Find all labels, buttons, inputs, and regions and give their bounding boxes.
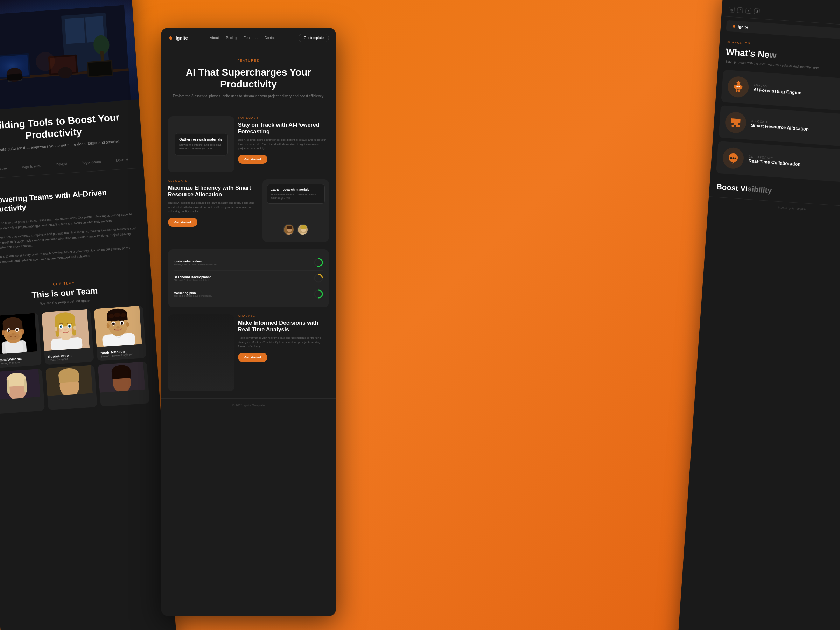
features-title: AI That Supercharges Your Productivity [168, 66, 329, 90]
prog-1-info: Ignite website design Jaquelyn and 3 oth… [174, 260, 310, 266]
alloc-avatar-2 [297, 224, 308, 235]
svg-rect-17 [88, 61, 112, 76]
analyze-text: ANALYZE Make Informed Decisions with Rea… [238, 314, 329, 391]
nav-cta-button[interactable]: Get template [298, 33, 329, 43]
svg-rect-29 [3, 322, 23, 331]
prog-3-contributors: Joel and 4 others have contributed. [174, 295, 310, 297]
nav-link-features[interactable]: Features [243, 36, 257, 40]
partial-card-2 [46, 365, 97, 410]
center-footer: © 2024 Ignite Template [161, 398, 336, 412]
prog-2-info: Dashboard Development Ellie and 2 others… [174, 275, 310, 281]
partial-card-3 [98, 362, 150, 407]
instagram-icon[interactable]: ig [729, 7, 735, 13]
hero-image [0, 0, 139, 112]
alloc-gather-text: Browse the internet and collect all rele… [270, 193, 321, 200]
svg-rect-111 [738, 89, 740, 92]
forecast-text: FORECAST Stay on Track with AI-Powered F… [238, 116, 329, 172]
forecast-title: Stay on Track with AI-Powered Forecastin… [238, 122, 329, 135]
logo-item: IPF·UM [55, 162, 68, 166]
gather-visual: Gather research materials Browse the int… [168, 116, 235, 172]
right-feat-text-1: ANALYZE AI Forecasting Engine [753, 84, 802, 96]
prog-1-contributors: Jaquelyn and 3 others have contributed. [174, 263, 310, 266]
alloc-avatar-1 [283, 224, 294, 235]
svg-rect-19 [7, 74, 23, 81]
right-feat-text-2: ALLOCATE Smart Resource Allocation [751, 119, 809, 132]
nav-link-contact[interactable]: Contact [265, 36, 276, 40]
partial-card-1 [0, 369, 45, 414]
team-card-james: James Williams Marketing Manager [0, 313, 42, 369]
feature-2-row: ALLOCATE Maximize Efficiency with Smart … [161, 179, 336, 249]
noah-info: Noah Johnson Senior Software Engineer [96, 346, 146, 362]
analyze-title: Make Informed Decisions with Real-Time A… [238, 319, 329, 333]
svg-rect-95 [287, 233, 292, 235]
logo-item: logo ipsum [82, 159, 101, 165]
right-feat-card-2: ALLOCATE Smart Resource Allocation [718, 105, 840, 148]
prog-1-label: Ignite website design [174, 260, 310, 263]
features-label: FEATURES [168, 59, 329, 62]
nav-links: About Pricing Features Contact [210, 36, 276, 40]
analyze-bg [168, 314, 235, 391]
twitter-icon[interactable]: x [745, 8, 752, 14]
team-card-sophia: Sophia Brown UI/UX Designer [42, 309, 94, 365]
alloc-avatars-row [262, 224, 329, 235]
svg-rect-109 [741, 85, 743, 88]
right-nav-logo-text: Ignite [738, 25, 748, 29]
svg-rect-108 [734, 85, 736, 88]
team-section: OUR TEAM This is our Team We are the peo… [0, 269, 161, 422]
svg-rect-25 [5, 341, 23, 355]
robot-icon [731, 80, 745, 93]
progress-item-1: Ignite website design Jaquelyn and 3 oth… [174, 255, 324, 270]
gather-card-text: Browse the internet and collect all rele… [179, 143, 223, 151]
partial-photo-1 [0, 369, 40, 400]
social-icons: ig f x yt [729, 7, 760, 14]
puzzle-icon [729, 116, 742, 129]
analyze-desc: Track performance with real-time data an… [238, 336, 329, 349]
right-feat-icon-3 [722, 147, 744, 169]
logo-item: 🔥 Logolpsum [0, 166, 7, 172]
svg-rect-110 [736, 89, 738, 92]
team-grid-bottom [0, 362, 150, 414]
noah-photo [94, 306, 142, 347]
nav-link-about[interactable]: About [210, 36, 219, 40]
chat-icon [727, 152, 739, 164]
partial-photo-3 [98, 362, 145, 393]
facebook-icon[interactable]: f [737, 7, 743, 13]
james-photo [0, 313, 37, 355]
svg-rect-81 [7, 379, 27, 387]
prog-2-circle [314, 273, 324, 283]
svg-rect-91 [112, 370, 131, 379]
feature-1-row: Gather research materials Browse the int… [161, 116, 336, 179]
nav-link-pricing[interactable]: Pricing [226, 36, 237, 40]
forecast-tag: FORECAST [238, 116, 329, 119]
analyze-tag: ANALYZE [238, 314, 329, 317]
prog-2-contributors: Ellie and 2 others have contributed. [174, 279, 310, 281]
alloc-title: Maximize Efficiency with Smart Resource … [168, 185, 259, 198]
youtube-icon[interactable]: yt [754, 8, 760, 14]
alloc-cta-button[interactable]: Get started [168, 218, 197, 227]
gather-card-title: Gather research materials [179, 138, 223, 142]
panel-center: Ignite About Pricing Features Contact Ge… [161, 28, 336, 616]
logo-item: LOREM [116, 158, 129, 162]
right-feat-icon-1 [727, 76, 749, 98]
svg-rect-46 [55, 318, 75, 327]
desk-scene-svg [0, 5, 139, 112]
right-copyright-text: © 2024 Ignite Template [778, 206, 807, 211]
forecast-cta-button[interactable]: Get started [238, 155, 267, 164]
progress-item-3: Marketing plan Joel and 4 others have co… [174, 286, 324, 302]
sophia-photo [42, 309, 90, 351]
features-subtitle: Explore the 3 essential phases Ignite us… [168, 93, 329, 99]
prog-1-circle [314, 257, 324, 267]
right-nav-logo: Ignite [732, 24, 748, 29]
center-copyright: © 2024 Ignite Template [232, 404, 265, 407]
svg-rect-87 [58, 374, 79, 383]
team-grid: James Williams Marketing Manager [0, 306, 146, 369]
analyze-cta-button[interactable]: Get started [238, 353, 267, 362]
analyze-visual [168, 314, 235, 391]
james-info: James Williams Marketing Manager [0, 353, 42, 369]
right-feat-text-3: COLLABORATE Real-Time Collaboration [748, 155, 801, 167]
about-section: ABOUT US Empowering Teams with AI-Driven… [0, 167, 151, 281]
svg-rect-99 [301, 233, 306, 235]
flame-icon [168, 35, 174, 41]
alloc-card-inner: Gather research materials Browse the int… [267, 184, 325, 204]
team-card-noah: Noah Johnson Senior Software Engineer [94, 306, 146, 361]
